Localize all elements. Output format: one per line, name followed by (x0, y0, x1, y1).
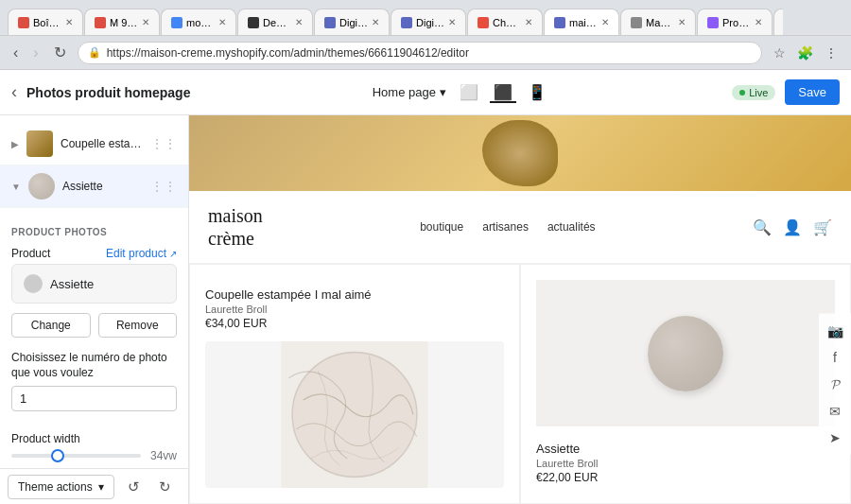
sidebar-panel: PRODUCT PHOTOS Product Edit product ↗ As… (0, 216, 188, 468)
bookmark-button[interactable]: ☆ (770, 43, 790, 62)
product-cell-1: Coupelle estampée I mal aimé Laurette Br… (189, 264, 520, 504)
dropdown-arrow-icon: ▾ (98, 480, 104, 494)
sidebar-chevron-icon: ▶ (11, 139, 19, 149)
page-title: Photos produit homepage (26, 85, 190, 100)
cart-icon[interactable]: 🛒 (813, 218, 832, 236)
edit-product-link[interactable]: Edit product ↗ (106, 247, 177, 260)
site-header: maison crème boutique artisanes actualit… (189, 191, 851, 264)
more-button[interactable]: ⋮ (821, 43, 842, 62)
product1-image (205, 341, 504, 488)
theme-actions-label: Theme actions (18, 480, 93, 494)
product-placeholder: Assiette (11, 264, 177, 304)
browser-chrome: Boîte d…✕ M 9 nouv…✕ mon co…✕ Develo:…✕ … (0, 0, 851, 36)
nav-back-button[interactable]: ‹ (9, 43, 22, 63)
product1-maker: Laurette Broll (205, 304, 504, 315)
sidebar-item-label-assiette: Assiette (62, 180, 143, 193)
pinterest-icon[interactable]: 𝓟 (825, 376, 845, 392)
bottom-bar: Theme actions ▾ ↺ ↻ (0, 468, 188, 504)
product-icon (24, 274, 43, 293)
marble-svg (205, 341, 504, 488)
site-logo: maison crème (208, 204, 263, 250)
tab-gcalc[interactable]: G calcula…✕ (773, 9, 783, 35)
app: ‹ Photos produit homepage Home page ▾ ⬜ … (0, 70, 851, 504)
tab-projet[interactable]: Projet 2…✕ (697, 9, 773, 35)
facebook-icon[interactable]: f (825, 350, 845, 365)
viewport-btns: ⬜ ⬛ 📱 (456, 81, 550, 103)
sidebar-chevron-down-icon: ▼ (11, 182, 21, 192)
product-name-text: Assiette (50, 277, 94, 291)
photo-number-field: Choisissez le numéro de photo que vous v… (11, 351, 177, 423)
product-width-field: Product width 34vw (11, 432, 177, 462)
change-product-button[interactable]: Change (11, 313, 91, 338)
lock-icon: 🔒 (88, 46, 101, 59)
nav-reload-button[interactable]: ↻ (50, 42, 70, 63)
redo-button[interactable]: ↻ (153, 475, 177, 499)
top-image-object (482, 120, 558, 186)
drag-handle-icon[interactable]: ⋮⋮ (150, 136, 177, 151)
theme-actions-button[interactable]: Theme actions ▾ (8, 475, 114, 499)
tab-digital1[interactable]: Digital …✕ (314, 9, 390, 35)
tab-manife[interactable]: Manife…✕ (620, 9, 696, 35)
live-dot (739, 90, 745, 96)
product-cell-2: Assiette Laurette Broll €22,00 EUR (520, 264, 851, 504)
tab-digital2[interactable]: Digital …✕ (391, 9, 466, 35)
sidebar: ▶ Coupelle estampée I … ⋮⋮ ▼ Assiette ⋮⋮… (0, 115, 189, 504)
share-icon[interactable]: ➤ (825, 430, 845, 445)
nav-boutique[interactable]: boutique (420, 220, 463, 234)
plate-circle (648, 316, 723, 391)
tab-gmail2[interactable]: M 9 nouv…✕ (84, 9, 160, 35)
drag-handle-icon-2[interactable]: ⋮⋮ (150, 179, 177, 194)
browser-actions: ☆ 🧩 ⋮ (770, 43, 842, 62)
logo-line1: maison (208, 205, 263, 226)
header-center: Home page ▾ ⬜ ⬛ 📱 (200, 81, 722, 103)
product1-price: €34,00 EUR (205, 317, 504, 330)
live-badge: Live (732, 85, 775, 100)
tab-chef[interactable]: Chef d…✕ (467, 9, 543, 35)
photo-number-label: Choisissez le numéro de photo que vous v… (11, 351, 177, 380)
email-icon[interactable]: ✉ (825, 404, 845, 419)
remove-product-button[interactable]: Remove (98, 313, 178, 338)
tab-monco[interactable]: mon co…✕ (161, 9, 236, 35)
logo-line2: crème (208, 228, 254, 249)
product1-info: Coupelle estampée I mal aimé Laurette Br… (205, 280, 504, 334)
app-header: ‹ Photos produit homepage Home page ▾ ⬜ … (0, 70, 851, 115)
back-button[interactable]: ‹ (11, 82, 17, 102)
tab-develo[interactable]: Develo:…✕ (237, 9, 313, 35)
user-icon[interactable]: 👤 (783, 218, 802, 236)
sidebar-items: ▶ Coupelle estampée I … ⋮⋮ ▼ Assiette ⋮⋮ (0, 115, 188, 216)
nav-actualites[interactable]: actualités (547, 220, 596, 234)
photo-number-input[interactable] (11, 386, 177, 411)
address-bar-row: ‹ › ↻ 🔒 https://maison-creme.myshopify.c… (0, 36, 851, 70)
search-icon[interactable]: 🔍 (753, 218, 772, 236)
product-field-label: Product Edit product ↗ (11, 247, 177, 260)
product2-maker: Laurette Broll (536, 458, 835, 469)
nav-forward-button[interactable]: › (29, 43, 42, 63)
product-width-slider[interactable] (11, 454, 141, 458)
address-text: https://maison-creme.myshopify.com/admin… (107, 46, 752, 60)
product2-image-wrapper (536, 280, 835, 426)
edit-product-text: Edit product (106, 247, 166, 260)
product1-name: Coupelle estampée I mal aimé (205, 287, 504, 302)
save-button[interactable]: Save (785, 79, 840, 105)
undo-button[interactable]: ↺ (122, 475, 146, 499)
tablet-viewport-button[interactable]: ⬛ (490, 81, 516, 103)
sidebar-item-label-coupelle: Coupelle estampée I … (61, 137, 143, 150)
sidebar-item-coupelle[interactable]: ▶ Coupelle estampée I … ⋮⋮ (0, 123, 188, 165)
mobile-viewport-button[interactable]: 📱 (524, 81, 550, 103)
tab-maison[interactable]: maison …✕ (544, 9, 619, 35)
home-page-selector[interactable]: Home page ▾ (373, 81, 446, 103)
social-bar: 📷 f 𝓟 ✉ ➤ (819, 314, 851, 455)
address-bar[interactable]: 🔒 https://maison-creme.myshopify.com/adm… (78, 42, 762, 64)
desktop-viewport-button[interactable]: ⬜ (456, 81, 482, 103)
external-link-icon: ↗ (169, 249, 177, 259)
product-grid: Coupelle estampée I mal aimé Laurette Br… (189, 264, 851, 504)
sidebar-avatar-coupelle (26, 130, 53, 157)
instagram-icon[interactable]: 📷 (825, 323, 845, 339)
tab-gmail[interactable]: Boîte d…✕ (8, 9, 83, 35)
top-image-strip (189, 115, 851, 191)
live-label: Live (749, 87, 768, 98)
sidebar-item-assiette[interactable]: ▼ Assiette ⋮⋮ (0, 165, 188, 208)
extensions-button[interactable]: 🧩 (793, 43, 817, 62)
site-nav: boutique artisanes actualités (263, 220, 753, 234)
nav-artisanes[interactable]: artisanes (482, 220, 529, 234)
